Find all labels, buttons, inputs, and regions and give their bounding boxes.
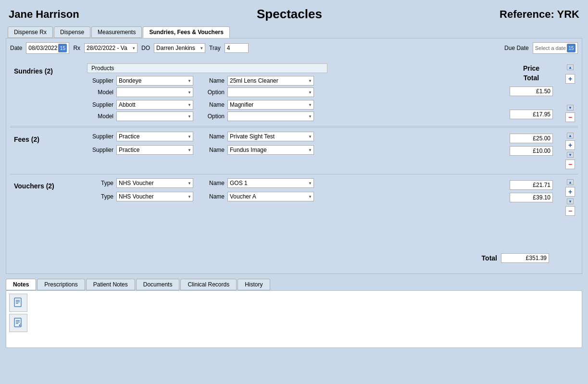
tab-measurements[interactable]: Measurements [91,26,142,38]
vouchers-arrow-up[interactable]: ▲ [567,179,574,185]
sundry-2-name-select[interactable]: Magnifier [227,100,314,110]
fees-add-button[interactable]: + [565,140,575,150]
sundry-1-option-label: Option [198,89,225,96]
fee-1-supplier-label: Supplier [87,133,113,140]
fee-2-supplier-select[interactable]: Practice [116,145,193,155]
note-new-button[interactable] [9,294,27,312]
tray-input[interactable] [225,43,249,53]
rx-select-wrap: 28/02/2022 - Va [84,43,138,53]
sundry-2-name-label: Name [198,101,225,108]
sundry-row-2-supplier: Supplier Abbott Name Magnifier [87,100,495,110]
rx-select[interactable]: 28/02/2022 - Va [84,43,138,53]
do-select[interactable]: Darren Jenkins [154,43,205,53]
fee-row-1: Supplier Practice Name Private Sight Tes… [87,132,495,141]
sundry-2-supplier-select[interactable]: Abbott [116,100,193,110]
vouchers-controls: ▲ + ▼ − [563,178,578,217]
content-panel: Date 08/03/2022 15 Rx 28/02/2022 - Va DO… [6,38,582,274]
vouchers-remove-button[interactable]: − [565,206,575,216]
voucher-1-name-select[interactable]: GOS 1 [227,178,314,188]
vouchers-add-button[interactable]: + [565,187,575,197]
total-value[interactable] [501,253,549,263]
sundry-2-model-select[interactable] [116,111,193,121]
tab-dispense[interactable]: Dispense [54,26,90,38]
voucher-row-2: Type NHS Voucher Name Voucher A [87,192,495,201]
tab-patient-notes[interactable]: Patient Notes [86,279,135,290]
reference: Reference: YRK [500,8,579,21]
voucher-2-name-select[interactable]: Voucher A [227,192,314,201]
total-label: Total [482,254,497,262]
note-edit-icon [13,317,24,329]
tray-label: Tray [209,45,221,51]
sundries-section: Sundries (2) Products Supplier Bondeye [10,61,578,126]
fee-row-2: Supplier Practice Name Fundus Image [87,145,495,155]
voucher-1-name-label: Name [198,180,225,186]
date-input-wrap: 08/03/2022 15 [26,42,69,54]
note-edit-button[interactable] [9,314,27,332]
all-sections: Sundries (2) Products Supplier Bondeye [10,59,578,270]
sundry-1-option-select[interactable] [227,87,314,97]
fee-prices [495,132,563,170]
sundries-scroll-up[interactable]: ▲ [567,64,574,70]
sundry-2-model-label: Model [87,113,113,120]
vouchers-arrow-down[interactable]: ▼ [567,198,574,204]
sundry-1-model-label: Model [87,89,113,96]
date-label: Date [10,45,22,51]
date-row: Date 08/03/2022 15 Rx 28/02/2022 - Va DO… [10,42,578,54]
sundry-2-price[interactable] [510,110,553,119]
sundries-controls: ▲ + ▼ − [563,63,578,123]
svg-rect-0 [14,298,21,307]
voucher-2-type-select[interactable]: NHS Voucher [116,192,193,201]
fee-2-supplier-label: Supplier [87,147,113,153]
calendar-icon[interactable]: 15 [58,44,67,52]
voucher-1-price[interactable] [510,180,553,190]
fees-remove-button[interactable]: − [565,160,575,169]
products-header: Products [87,63,327,73]
patient-name: Jane Harrison [9,8,79,21]
fee-2-price[interactable] [510,146,553,156]
fees-arrow-down[interactable]: ▼ [567,152,574,158]
sundries-arrow-down[interactable]: ▼ [567,105,574,111]
fees-arrow-up[interactable]: ▲ [567,133,574,138]
due-date-calendar-icon[interactable]: 15 [567,44,575,52]
sundries-content: Products Supplier Bondeye Name [87,63,495,123]
tab-sundries[interactable]: Sundries, Fees & Vouchers [143,26,230,38]
fees-content: Supplier Practice Name Private Sight Tes… [87,132,495,170]
top-tabs: Dispense Rx Dispense Measurements Sundri… [4,25,584,38]
sundry-1-name-select[interactable]: 25ml Lens Cleaner [227,76,314,86]
fee-1-price[interactable] [510,134,553,143]
sundry-1-price[interactable] [510,87,553,96]
sundry-2-option-label: Option [198,113,225,120]
date-value[interactable]: 08/03/2022 [28,45,57,51]
tab-documents[interactable]: Documents [136,279,180,290]
tab-clinical-records[interactable]: Clinical Records [180,279,237,290]
sundries-add-button[interactable]: + [565,74,575,84]
sundry-row-1-model: Model Option [87,87,495,97]
notes-icons [9,294,27,345]
page-title: Spectacles [257,7,322,22]
due-date-label: Due Date [504,45,529,51]
fee-2-name-select[interactable]: Fundus Image [227,145,314,155]
header: Jane Harrison Spectacles Reference: YRK [4,4,584,25]
tab-prescriptions[interactable]: Prescriptions [37,279,85,290]
fee-1-supplier-select[interactable]: Practice [116,132,193,141]
due-date-value[interactable]: Select a date [535,45,566,51]
notes-panel [6,290,582,348]
sundry-row-1-supplier: Supplier Bondeye Name 25ml Lens Cleaner [87,76,495,86]
voucher-1-type-select[interactable]: NHS Voucher [116,178,193,188]
fee-1-name-select[interactable]: Private Sight Test [227,132,314,141]
tab-history[interactable]: History [238,279,270,290]
sundry-prices [510,87,553,119]
voucher-2-price[interactable] [510,193,553,202]
sundries-arrow-up[interactable]: ▲ [567,64,574,70]
voucher-2-name-label: Name [198,193,225,200]
sundry-1-model-select[interactable] [116,87,193,97]
sundry-2-option-select[interactable] [227,111,314,121]
tab-dispense-rx[interactable]: Dispense Rx [8,26,53,38]
sundries-remove-button[interactable]: − [565,112,575,122]
tab-notes[interactable]: Notes [6,279,36,290]
fee-1-name-label: Name [198,133,225,140]
vouchers-content: Type NHS Voucher Name GOS 1 [87,178,495,217]
note-new-icon [13,297,24,309]
bottom-tabs: Notes Prescriptions Patient Notes Docume… [4,277,584,290]
sundry-1-supplier-select[interactable]: Bondeye [116,76,193,86]
